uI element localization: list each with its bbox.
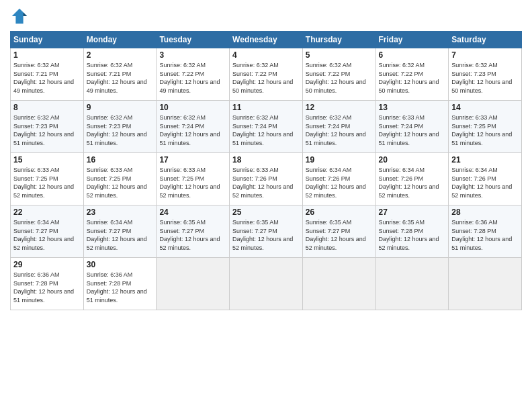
weekday-header: Wednesday bbox=[230, 32, 303, 48]
day-info: Sunrise: 6:34 AMSunset: 7:26 PMDaylight:… bbox=[451, 166, 519, 199]
calendar-day-cell bbox=[449, 258, 522, 310]
day-number: 18 bbox=[232, 155, 300, 165]
day-number: 22 bbox=[13, 208, 81, 217]
weekday-header: Sunday bbox=[11, 32, 84, 48]
day-number: 15 bbox=[13, 155, 81, 165]
logo bbox=[10, 7, 30, 26]
calendar-day-cell: 28Sunrise: 6:36 AMSunset: 7:28 PMDayligh… bbox=[449, 205, 522, 258]
day-info: Sunrise: 6:33 AMSunset: 7:26 PMDaylight:… bbox=[232, 166, 300, 199]
day-number: 29 bbox=[13, 260, 81, 269]
calendar-day-cell: 4Sunrise: 6:32 AMSunset: 7:22 PMDaylight… bbox=[230, 48, 303, 101]
day-info: Sunrise: 6:32 AMSunset: 7:21 PMDaylight:… bbox=[13, 61, 81, 95]
day-info: Sunrise: 6:34 AMSunset: 7:26 PMDaylight:… bbox=[379, 166, 446, 199]
calendar-day-cell: 19Sunrise: 6:34 AMSunset: 7:26 PMDayligh… bbox=[302, 153, 375, 205]
day-info: Sunrise: 6:35 AMSunset: 7:27 PMDaylight:… bbox=[232, 218, 300, 252]
day-number: 25 bbox=[232, 208, 300, 217]
calendar-day-cell: 12Sunrise: 6:32 AMSunset: 7:24 PMDayligh… bbox=[302, 101, 375, 153]
calendar-day-cell: 10Sunrise: 6:32 AMSunset: 7:24 PMDayligh… bbox=[157, 101, 230, 153]
day-info: Sunrise: 6:32 AMSunset: 7:22 PMDaylight:… bbox=[159, 61, 226, 95]
day-number: 12 bbox=[306, 103, 373, 112]
day-number: 16 bbox=[87, 155, 154, 165]
day-number: 14 bbox=[451, 103, 519, 112]
weekday-header: Friday bbox=[375, 32, 449, 48]
day-info: Sunrise: 6:36 AMSunset: 7:28 PMDaylight:… bbox=[87, 271, 154, 304]
day-number: 5 bbox=[306, 50, 373, 60]
day-number: 24 bbox=[159, 208, 226, 217]
weekday-header: Tuesday bbox=[157, 32, 230, 48]
day-number: 6 bbox=[379, 50, 446, 60]
calendar-day-cell: 18Sunrise: 6:33 AMSunset: 7:26 PMDayligh… bbox=[230, 153, 303, 205]
calendar-week-row: 1Sunrise: 6:32 AMSunset: 7:21 PMDaylight… bbox=[11, 48, 522, 101]
calendar-day-cell: 2Sunrise: 6:32 AMSunset: 7:21 PMDaylight… bbox=[83, 48, 157, 101]
weekday-header-row: SundayMondayTuesdayWednesdayThursdayFrid… bbox=[11, 32, 522, 48]
day-number: 10 bbox=[159, 103, 226, 112]
calendar-day-cell: 26Sunrise: 6:35 AMSunset: 7:27 PMDayligh… bbox=[302, 205, 375, 258]
day-info: Sunrise: 6:32 AMSunset: 7:22 PMDaylight:… bbox=[379, 61, 446, 95]
day-number: 3 bbox=[159, 50, 226, 60]
day-number: 2 bbox=[87, 50, 154, 60]
day-info: Sunrise: 6:33 AMSunset: 7:25 PMDaylight:… bbox=[13, 166, 81, 199]
day-number: 7 bbox=[451, 50, 519, 60]
calendar-day-cell: 15Sunrise: 6:33 AMSunset: 7:25 PMDayligh… bbox=[11, 153, 84, 205]
page: SundayMondayTuesdayWednesdayThursdayFrid… bbox=[0, 0, 532, 411]
day-info: Sunrise: 6:33 AMSunset: 7:25 PMDaylight:… bbox=[87, 166, 154, 199]
calendar-day-cell: 9Sunrise: 6:32 AMSunset: 7:23 PMDaylight… bbox=[83, 101, 157, 153]
day-info: Sunrise: 6:32 AMSunset: 7:23 PMDaylight:… bbox=[13, 113, 81, 147]
day-info: Sunrise: 6:36 AMSunset: 7:28 PMDaylight:… bbox=[13, 271, 81, 304]
day-info: Sunrise: 6:35 AMSunset: 7:28 PMDaylight:… bbox=[379, 218, 446, 252]
day-info: Sunrise: 6:35 AMSunset: 7:27 PMDaylight:… bbox=[159, 218, 226, 252]
calendar-day-cell: 21Sunrise: 6:34 AMSunset: 7:26 PMDayligh… bbox=[449, 153, 522, 205]
calendar-day-cell bbox=[375, 258, 449, 310]
day-info: Sunrise: 6:32 AMSunset: 7:23 PMDaylight:… bbox=[451, 61, 519, 95]
calendar-day-cell: 1Sunrise: 6:32 AMSunset: 7:21 PMDaylight… bbox=[11, 48, 84, 101]
day-info: Sunrise: 6:33 AMSunset: 7:25 PMDaylight:… bbox=[159, 166, 226, 199]
calendar-day-cell: 7Sunrise: 6:32 AMSunset: 7:23 PMDaylight… bbox=[449, 48, 522, 101]
calendar-week-row: 15Sunrise: 6:33 AMSunset: 7:25 PMDayligh… bbox=[11, 153, 522, 205]
day-number: 11 bbox=[232, 103, 300, 112]
day-number: 4 bbox=[232, 50, 300, 60]
calendar-day-cell: 27Sunrise: 6:35 AMSunset: 7:28 PMDayligh… bbox=[375, 205, 449, 258]
day-info: Sunrise: 6:32 AMSunset: 7:22 PMDaylight:… bbox=[232, 61, 300, 95]
day-number: 8 bbox=[13, 103, 81, 112]
weekday-header: Monday bbox=[83, 32, 157, 48]
calendar-day-cell: 20Sunrise: 6:34 AMSunset: 7:26 PMDayligh… bbox=[375, 153, 449, 205]
calendar-day-cell: 16Sunrise: 6:33 AMSunset: 7:25 PMDayligh… bbox=[83, 153, 157, 205]
header bbox=[10, 7, 522, 26]
weekday-header: Thursday bbox=[302, 32, 375, 48]
calendar-week-row: 29Sunrise: 6:36 AMSunset: 7:28 PMDayligh… bbox=[11, 258, 522, 310]
calendar-day-cell: 3Sunrise: 6:32 AMSunset: 7:22 PMDaylight… bbox=[157, 48, 230, 101]
day-number: 20 bbox=[379, 155, 446, 165]
calendar: SundayMondayTuesdayWednesdayThursdayFrid… bbox=[10, 31, 522, 310]
day-number: 19 bbox=[306, 155, 373, 165]
day-info: Sunrise: 6:34 AMSunset: 7:26 PMDaylight:… bbox=[306, 166, 373, 199]
day-number: 9 bbox=[87, 103, 154, 112]
calendar-day-cell: 17Sunrise: 6:33 AMSunset: 7:25 PMDayligh… bbox=[157, 153, 230, 205]
day-number: 28 bbox=[451, 208, 519, 217]
day-info: Sunrise: 6:34 AMSunset: 7:27 PMDaylight:… bbox=[13, 218, 81, 252]
day-number: 1 bbox=[13, 50, 81, 60]
day-number: 13 bbox=[379, 103, 446, 112]
calendar-day-cell: 14Sunrise: 6:33 AMSunset: 7:25 PMDayligh… bbox=[449, 101, 522, 153]
day-info: Sunrise: 6:32 AMSunset: 7:23 PMDaylight:… bbox=[87, 113, 154, 147]
day-number: 21 bbox=[451, 155, 519, 165]
calendar-day-cell: 25Sunrise: 6:35 AMSunset: 7:27 PMDayligh… bbox=[230, 205, 303, 258]
calendar-day-cell bbox=[157, 258, 230, 310]
calendar-day-cell bbox=[302, 258, 375, 310]
calendar-day-cell: 30Sunrise: 6:36 AMSunset: 7:28 PMDayligh… bbox=[83, 258, 157, 310]
day-number: 30 bbox=[87, 260, 154, 269]
day-info: Sunrise: 6:36 AMSunset: 7:28 PMDaylight:… bbox=[451, 218, 519, 252]
day-info: Sunrise: 6:32 AMSunset: 7:24 PMDaylight:… bbox=[159, 113, 226, 147]
calendar-day-cell: 24Sunrise: 6:35 AMSunset: 7:27 PMDayligh… bbox=[157, 205, 230, 258]
day-info: Sunrise: 6:32 AMSunset: 7:24 PMDaylight:… bbox=[306, 113, 373, 147]
calendar-day-cell: 22Sunrise: 6:34 AMSunset: 7:27 PMDayligh… bbox=[11, 205, 84, 258]
day-number: 23 bbox=[87, 208, 154, 217]
calendar-week-row: 8Sunrise: 6:32 AMSunset: 7:23 PMDaylight… bbox=[11, 101, 522, 153]
day-info: Sunrise: 6:32 AMSunset: 7:22 PMDaylight:… bbox=[306, 61, 373, 95]
calendar-day-cell bbox=[230, 258, 303, 310]
weekday-header: Saturday bbox=[449, 32, 522, 48]
day-info: Sunrise: 6:32 AMSunset: 7:21 PMDaylight:… bbox=[87, 61, 154, 95]
calendar-day-cell: 29Sunrise: 6:36 AMSunset: 7:28 PMDayligh… bbox=[11, 258, 84, 310]
day-number: 17 bbox=[159, 155, 226, 165]
calendar-week-row: 22Sunrise: 6:34 AMSunset: 7:27 PMDayligh… bbox=[11, 205, 522, 258]
day-info: Sunrise: 6:35 AMSunset: 7:27 PMDaylight:… bbox=[306, 218, 373, 252]
